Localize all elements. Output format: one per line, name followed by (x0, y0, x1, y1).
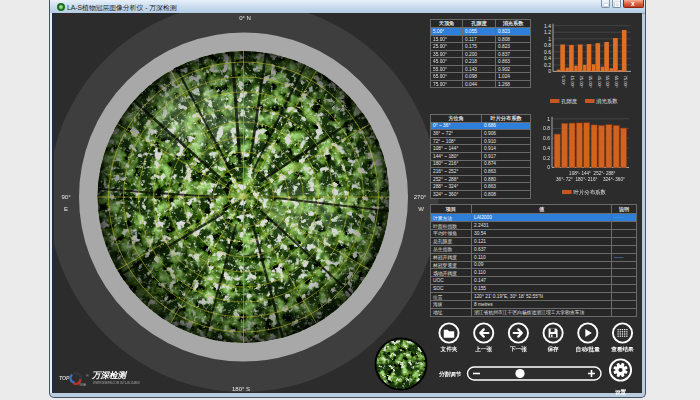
svg-text:252°- 288°: 252°- 288° (594, 171, 616, 176)
svg-text:0.8: 0.8 (544, 42, 551, 48)
svg-text:文件夹: 文件夹 (440, 346, 458, 352)
svg-text:35.00°: 35.00° (588, 75, 593, 87)
svg-text:叶片分布系数: 叶片分布系数 (574, 189, 607, 196)
svg-text:90°: 90° (61, 194, 71, 200)
svg-text:1: 1 (547, 116, 550, 122)
svg-text:0.2: 0.2 (543, 155, 550, 161)
svg-text:25.00°: 25.00° (579, 75, 584, 87)
svg-text:65.00°: 65.00° (614, 75, 619, 87)
svg-text:45.00°: 45.00° (597, 75, 602, 87)
svg-text:深瞳: 深瞳 (79, 382, 87, 387)
svg-text:0: 0 (548, 68, 551, 74)
svg-text:180° S: 180° S (232, 386, 250, 392)
svg-text:下一张: 下一张 (509, 346, 527, 353)
svg-text:270°: 270° (414, 194, 427, 200)
svg-text:55.00°: 55.00° (605, 75, 610, 87)
svg-text:0° N: 0° N (239, 15, 251, 21)
svg-text:0.4: 0.4 (544, 55, 551, 61)
svg-text:0: 0 (547, 164, 550, 170)
svg-text:0.4: 0.4 (543, 145, 550, 151)
svg-text:15.00°: 15.00° (570, 75, 575, 87)
svg-text:TOP: TOP (59, 375, 70, 381)
svg-text:108°- 144°: 108°- 144° (569, 171, 591, 176)
svg-text:分割调节: 分割调节 (438, 371, 462, 378)
svg-text:孔隙度: 孔隙度 (561, 98, 578, 105)
svg-text:75.00°: 75.00° (623, 75, 628, 87)
svg-text:1: 1 (548, 36, 551, 42)
svg-text:1.2: 1.2 (544, 29, 551, 35)
svg-text:查看结果: 查看结果 (610, 346, 634, 353)
svg-text:W: W (418, 206, 424, 212)
svg-text:设置: 设置 (615, 388, 627, 395)
svg-text:0.2: 0.2 (544, 62, 551, 68)
svg-text:5.00°: 5.00° (561, 75, 566, 85)
svg-text:保存: 保存 (547, 346, 560, 353)
svg-text:自动/批量: 自动/批量 (576, 346, 600, 353)
svg-text:E: E (64, 206, 68, 212)
svg-text:1.4: 1.4 (544, 23, 551, 29)
svg-text:0.8: 0.8 (543, 125, 550, 131)
svg-text:324°- 360°: 324°- 360° (603, 177, 625, 182)
svg-text:0.6: 0.6 (543, 135, 550, 141)
svg-text:消光系数: 消光系数 (596, 98, 618, 105)
svg-text:0.6: 0.6 (544, 49, 551, 55)
svg-text:36°- 72°: 36°- 72° (556, 177, 573, 182)
svg-text:®: ® (86, 374, 89, 378)
svg-text:180°- 216°: 180°- 216° (575, 177, 597, 182)
svg-text:上一张: 上一张 (474, 346, 492, 353)
